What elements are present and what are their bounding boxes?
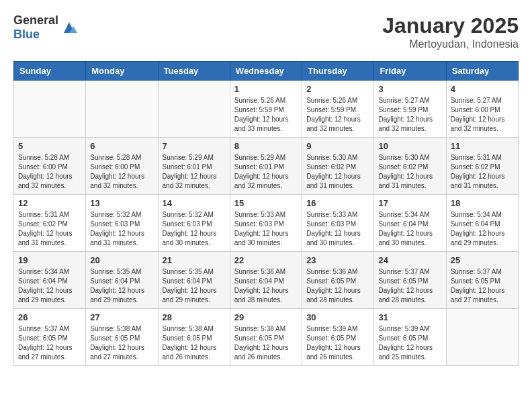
- cell-info-line: Daylight: 12 hours and 31 minutes.: [306, 172, 369, 191]
- day-number: 10: [378, 141, 441, 151]
- calendar-cell: 4Sunrise: 5:27 AMSunset: 6:00 PMDaylight…: [446, 81, 518, 138]
- cell-info-line: Sunrise: 5:39 AM: [306, 324, 369, 334]
- calendar-subtitle: Mertoyudan, Indonesia: [382, 38, 519, 50]
- cell-info-line: Daylight: 12 hours and 32 minutes.: [163, 172, 226, 191]
- calendar-cell: [446, 309, 518, 366]
- page-header: General Blue January 2025 Mertoyudan, In…: [13, 13, 519, 50]
- cell-info-line: Sunrise: 5:29 AM: [234, 153, 298, 163]
- cell-info-line: Sunset: 6:05 PM: [306, 277, 369, 286]
- cell-info-line: Sunrise: 5:34 AM: [18, 267, 81, 277]
- cell-info-line: Sunrise: 5:32 AM: [90, 210, 153, 220]
- cell-info-line: Sunrise: 5:27 AM: [378, 96, 441, 105]
- calendar-cell: 13Sunrise: 5:32 AMSunset: 6:03 PMDayligh…: [86, 195, 158, 252]
- calendar-cell: 28Sunrise: 5:38 AMSunset: 6:05 PMDayligh…: [158, 309, 230, 366]
- day-number: 20: [90, 255, 153, 265]
- cell-info-line: Daylight: 12 hours and 27 minutes.: [451, 286, 514, 305]
- day-number: 16: [306, 198, 369, 208]
- cell-info-line: Sunrise: 5:34 AM: [451, 210, 514, 220]
- calendar-cell: [14, 81, 86, 138]
- cell-info-line: Sunset: 6:05 PM: [378, 277, 441, 286]
- calendar-cell: 18Sunrise: 5:34 AMSunset: 6:04 PMDayligh…: [446, 195, 518, 252]
- cell-info-line: Sunrise: 5:36 AM: [306, 267, 369, 277]
- day-number: 11: [451, 141, 514, 151]
- title-block: January 2025 Mertoyudan, Indonesia: [382, 13, 519, 50]
- cell-info-line: Sunset: 6:03 PM: [234, 220, 298, 229]
- calendar-cell: 10Sunrise: 5:30 AMSunset: 6:02 PMDayligh…: [374, 138, 446, 195]
- day-number: 15: [234, 198, 298, 208]
- cell-info-line: Sunrise: 5:32 AM: [163, 210, 226, 220]
- day-number: 2: [306, 84, 369, 94]
- calendar-cell: 17Sunrise: 5:34 AMSunset: 6:04 PMDayligh…: [374, 195, 446, 252]
- day-number: 31: [378, 312, 441, 322]
- header-saturday: Saturday: [446, 62, 518, 81]
- calendar-cell: 27Sunrise: 5:38 AMSunset: 6:05 PMDayligh…: [86, 309, 158, 366]
- day-number: 28: [163, 312, 226, 322]
- cell-info-line: Daylight: 12 hours and 26 minutes.: [234, 343, 298, 362]
- cell-info-line: Sunset: 6:05 PM: [451, 277, 514, 286]
- cell-info-line: Sunset: 6:03 PM: [306, 220, 369, 229]
- cell-info-line: Sunrise: 5:38 AM: [163, 324, 226, 334]
- cell-info-line: Sunrise: 5:37 AM: [18, 324, 81, 334]
- cell-info-line: Sunrise: 5:29 AM: [163, 153, 226, 163]
- calendar-week-4: 19Sunrise: 5:34 AMSunset: 6:04 PMDayligh…: [14, 252, 519, 309]
- cell-info-line: Sunrise: 5:26 AM: [306, 96, 369, 105]
- days-header-row: Sunday Monday Tuesday Wednesday Thursday…: [14, 62, 519, 81]
- day-number: 5: [18, 141, 81, 151]
- calendar-week-2: 5Sunrise: 5:28 AMSunset: 6:00 PMDaylight…: [14, 138, 519, 195]
- calendar-cell: 7Sunrise: 5:29 AMSunset: 6:01 PMDaylight…: [158, 138, 230, 195]
- cell-info-line: Daylight: 12 hours and 29 minutes.: [90, 286, 153, 305]
- header-monday: Monday: [86, 62, 158, 81]
- day-number: 24: [378, 255, 441, 265]
- cell-info-line: Daylight: 12 hours and 29 minutes.: [451, 229, 514, 248]
- logo-icon: [60, 18, 79, 37]
- calendar-cell: 16Sunrise: 5:33 AMSunset: 6:03 PMDayligh…: [302, 195, 374, 252]
- calendar-cell: 21Sunrise: 5:35 AMSunset: 6:04 PMDayligh…: [158, 252, 230, 309]
- calendar-cell: [86, 81, 158, 138]
- cell-info-line: Sunrise: 5:36 AM: [234, 267, 298, 277]
- calendar-cell: 19Sunrise: 5:34 AMSunset: 6:04 PMDayligh…: [14, 252, 86, 309]
- cell-info-line: Sunset: 6:04 PM: [163, 277, 226, 286]
- calendar-cell: 9Sunrise: 5:30 AMSunset: 6:02 PMDaylight…: [302, 138, 374, 195]
- calendar-table: Sunday Monday Tuesday Wednesday Thursday…: [13, 61, 519, 366]
- cell-info-line: Daylight: 12 hours and 31 minutes.: [90, 229, 153, 248]
- day-number: 18: [451, 198, 514, 208]
- day-number: 1: [234, 84, 298, 94]
- calendar-cell: 5Sunrise: 5:28 AMSunset: 6:00 PMDaylight…: [14, 138, 86, 195]
- calendar-cell: 15Sunrise: 5:33 AMSunset: 6:03 PMDayligh…: [230, 195, 302, 252]
- cell-info-line: Daylight: 12 hours and 26 minutes.: [306, 343, 369, 362]
- cell-info-line: Sunset: 5:59 PM: [234, 105, 298, 115]
- day-number: 23: [306, 255, 369, 265]
- logo-blue: Blue: [13, 28, 40, 41]
- day-number: 17: [378, 198, 441, 208]
- cell-info-line: Sunset: 6:05 PM: [234, 334, 298, 343]
- logo: General Blue: [13, 13, 79, 42]
- day-number: 13: [90, 198, 153, 208]
- cell-info-line: Sunset: 5:59 PM: [378, 105, 441, 115]
- cell-info-line: Sunrise: 5:35 AM: [90, 267, 153, 277]
- cell-info-line: Daylight: 12 hours and 30 minutes.: [378, 229, 441, 248]
- cell-info-line: Sunrise: 5:26 AM: [234, 96, 298, 105]
- cell-info-line: Daylight: 12 hours and 26 minutes.: [163, 343, 226, 362]
- cell-info-line: Daylight: 12 hours and 27 minutes.: [90, 343, 153, 362]
- day-number: 9: [306, 141, 369, 151]
- cell-info-line: Sunset: 6:02 PM: [306, 163, 369, 172]
- calendar-cell: 24Sunrise: 5:37 AMSunset: 6:05 PMDayligh…: [374, 252, 446, 309]
- cell-info-line: Sunset: 6:00 PM: [90, 163, 153, 172]
- cell-info-line: Daylight: 12 hours and 30 minutes.: [234, 229, 298, 248]
- day-number: 4: [451, 84, 514, 94]
- cell-info-line: Daylight: 12 hours and 28 minutes.: [378, 286, 441, 305]
- cell-info-line: Sunrise: 5:34 AM: [378, 210, 441, 220]
- day-number: 27: [90, 312, 153, 322]
- cell-info-line: Sunrise: 5:38 AM: [90, 324, 153, 334]
- cell-info-line: Daylight: 12 hours and 31 minutes.: [378, 172, 441, 191]
- day-number: 30: [306, 312, 369, 322]
- calendar-cell: 14Sunrise: 5:32 AMSunset: 6:03 PMDayligh…: [158, 195, 230, 252]
- cell-info-line: Sunset: 6:04 PM: [234, 277, 298, 286]
- day-number: 3: [378, 84, 441, 94]
- cell-info-line: Sunrise: 5:37 AM: [378, 267, 441, 277]
- cell-info-line: Daylight: 12 hours and 32 minutes.: [90, 172, 153, 191]
- cell-info-line: Sunset: 6:03 PM: [90, 220, 153, 229]
- cell-info-line: Sunrise: 5:30 AM: [378, 153, 441, 163]
- calendar-cell: 29Sunrise: 5:38 AMSunset: 6:05 PMDayligh…: [230, 309, 302, 366]
- cell-info-line: Sunset: 6:05 PM: [18, 334, 81, 343]
